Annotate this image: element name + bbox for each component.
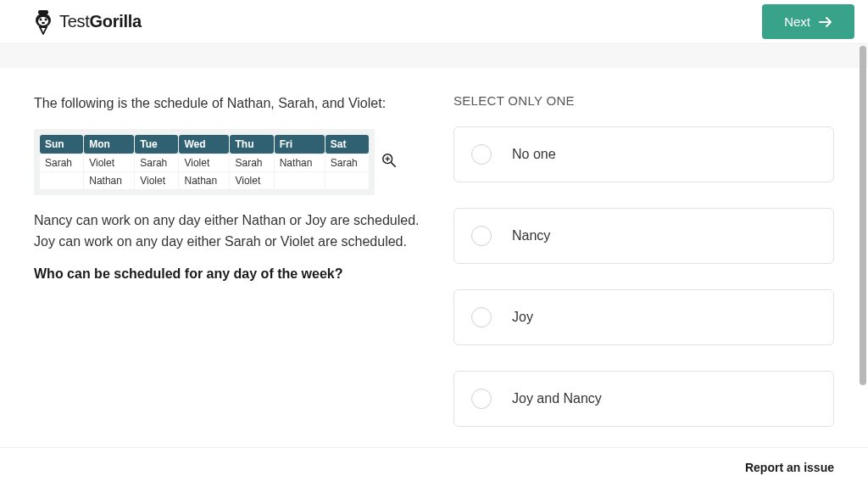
table-header: Sat <box>326 135 369 154</box>
answers-panel: SELECT ONLY ONE No one Nancy Joy Joy and… <box>453 93 834 452</box>
report-issue-link[interactable]: Report an issue <box>745 461 834 474</box>
question-prompt: Who can be scheduled for any day of the … <box>34 266 420 282</box>
svg-point-4 <box>45 18 47 20</box>
table-cell: Sarah <box>326 154 369 171</box>
table-cell: Violet <box>230 172 273 189</box>
schedule-table: Sun Mon Tue Wed Thu Fri Sat Sara <box>39 134 370 190</box>
table-cell <box>326 172 369 189</box>
table-cell: Violet <box>135 172 178 189</box>
content-area: The following is the schedule of Nathan,… <box>0 68 868 478</box>
rules-text: Nancy can work on any day either Nathan … <box>34 210 420 253</box>
option-label: No one <box>512 147 556 162</box>
table-header: Wed <box>179 135 229 154</box>
table-cell: Sarah <box>40 154 83 171</box>
table-cell: Nathan <box>84 172 134 189</box>
scrollbar-thumb[interactable] <box>860 46 866 385</box>
table-header: Fri <box>275 135 325 154</box>
table-header: Thu <box>230 135 273 154</box>
next-button-label: Next <box>784 14 810 29</box>
table-cell: Sarah <box>230 154 273 171</box>
table-cell: Violet <box>179 154 229 171</box>
answer-option[interactable]: No one <box>453 126 834 182</box>
select-instruction: SELECT ONLY ONE <box>453 93 834 108</box>
table-cell <box>275 172 325 189</box>
intro-text: The following is the schedule of Nathan,… <box>34 93 420 114</box>
svg-point-3 <box>40 18 42 20</box>
gorilla-icon <box>32 9 54 35</box>
table-row: Sarah Violet Sarah Violet Sarah Nathan S… <box>40 154 369 171</box>
svg-point-2 <box>38 17 48 25</box>
table-cell: Nathan <box>275 154 325 171</box>
schedule-table-wrap: Sun Mon Tue Wed Thu Fri Sat Sara <box>34 129 375 195</box>
footer-bar: Report an issue <box>0 447 868 487</box>
answer-option[interactable]: Joy and Nancy <box>453 371 834 427</box>
radio-circle <box>471 226 492 246</box>
option-label: Joy and Nancy <box>512 391 602 406</box>
answer-option[interactable]: Joy <box>453 289 834 345</box>
header-bar: TestGorilla Next <box>0 0 868 44</box>
schedule-image-container: Sun Mon Tue Wed Thu Fri Sat Sara <box>34 129 420 195</box>
arrow-right-icon <box>819 16 832 28</box>
radio-circle <box>471 307 492 327</box>
radio-circle <box>471 144 492 165</box>
question-panel: The following is the schedule of Nathan,… <box>34 93 420 452</box>
table-header: Sun <box>40 135 83 154</box>
table-cell <box>40 172 83 189</box>
answer-option[interactable]: Nancy <box>453 208 834 264</box>
table-row: Nathan Violet Nathan Violet <box>40 172 369 189</box>
table-cell: Nathan <box>179 172 229 189</box>
radio-circle <box>471 389 492 409</box>
option-label: Nancy <box>512 228 550 244</box>
next-button[interactable]: Next <box>762 4 854 39</box>
table-header: Tue <box>135 135 178 154</box>
logo: TestGorilla <box>32 9 142 35</box>
zoom-in-icon[interactable] <box>381 153 397 171</box>
table-cell: Sarah <box>135 154 178 171</box>
table-cell: Violet <box>84 154 134 171</box>
svg-point-5 <box>42 21 45 23</box>
svg-line-7 <box>392 163 396 167</box>
table-header: Mon <box>84 135 134 154</box>
logo-text: TestGorilla <box>59 12 142 31</box>
option-label: Joy <box>512 310 533 325</box>
